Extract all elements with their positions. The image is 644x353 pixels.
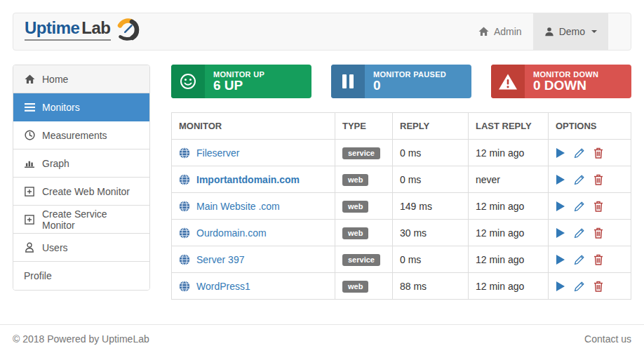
edit-button[interactable] — [574, 254, 585, 265]
play-button[interactable] — [556, 254, 565, 265]
play-button[interactable] — [556, 227, 565, 239]
table-row: Fileserver service 0 ms 12 min ago — [172, 140, 631, 166]
brand-word1: Uptime — [25, 18, 79, 37]
sidebar-item-create-service-monitor[interactable]: Create Service Monitor — [13, 206, 149, 234]
monitor-link[interactable]: Importantdomain.com — [196, 174, 300, 185]
sidebar-item-label: Graph — [42, 158, 69, 169]
status-card-paused[interactable]: MONITOR PAUSED 0 — [331, 65, 471, 98]
sidebar-item-label: Monitors — [42, 102, 80, 113]
delete-button[interactable] — [593, 227, 603, 239]
plus-square-icon — [24, 214, 35, 225]
nav-item-demo[interactable]: Demo — [533, 13, 608, 50]
status-card-label: MONITOR DOWN — [533, 70, 598, 79]
sidebar-item-label: Create Service Monitor — [42, 208, 139, 231]
globe-icon — [179, 254, 190, 265]
edit-button[interactable] — [574, 201, 585, 212]
status-card-value: 6 UP — [213, 79, 264, 93]
main: Home Monitors Measurements Graph Create … — [13, 65, 631, 300]
play-button[interactable] — [556, 147, 565, 159]
table-row: Server 397 service 0 ms 12 min ago — [172, 246, 631, 273]
edit-button[interactable] — [574, 174, 585, 185]
edit-button[interactable] — [574, 281, 585, 292]
monitor-link[interactable]: WordPress1 — [196, 281, 250, 292]
user-outline-icon — [24, 242, 35, 253]
status-card-value: 0 — [373, 79, 446, 93]
globe-icon — [179, 201, 190, 212]
reply-value: 88 ms — [393, 273, 469, 300]
contact-us-link[interactable]: Contact us — [584, 333, 631, 345]
column-header-monitor: MONITOR — [172, 113, 335, 140]
play-button[interactable] — [556, 201, 565, 212]
delete-button[interactable] — [593, 174, 603, 185]
delete-button[interactable] — [593, 281, 603, 292]
reply-value: 0 ms — [393, 246, 469, 273]
nav-item-admin[interactable]: Admin — [467, 13, 533, 50]
last-reply-value: 12 min ago — [469, 220, 549, 246]
column-header-last-reply: LAST REPLY — [469, 113, 549, 140]
monitor-link[interactable]: Main Website .com — [196, 201, 280, 212]
plus-square-icon — [24, 186, 35, 197]
type-badge: service — [342, 147, 380, 159]
status-card-up[interactable]: MONITOR UP 6 UP — [171, 65, 311, 98]
globe-icon — [179, 174, 190, 185]
globe-icon — [179, 281, 190, 292]
home-icon — [478, 27, 489, 36]
page: UptimeLab Admin Demo — [0, 0, 644, 353]
sidebar-item-create-web-monitor[interactable]: Create Web Monitor — [13, 178, 149, 206]
last-reply-value: 12 min ago — [469, 193, 549, 220]
content: MONITOR UP 6 UP MONITOR PAUSED 0 — [171, 65, 631, 300]
column-header-options: OPTIONS — [549, 113, 631, 140]
monitor-link[interactable]: Server 397 — [196, 254, 244, 265]
type-badge: web — [342, 201, 368, 213]
table-row: WordPress1 web 88 ms 12 min ago — [172, 273, 631, 300]
sidebar: Home Monitors Measurements Graph Create … — [13, 65, 150, 291]
brand-word2: Lab — [81, 18, 110, 37]
brand-logo[interactable]: UptimeLab — [13, 19, 140, 44]
sidebar-item-monitors[interactable]: Monitors — [13, 93, 149, 121]
sidebar-item-label: Users — [42, 242, 68, 253]
sidebar-item-label: Create Web Monitor — [42, 186, 130, 197]
status-card-label: MONITOR PAUSED — [373, 70, 446, 79]
navbar: UptimeLab Admin Demo — [13, 13, 631, 51]
pause-icon — [331, 65, 365, 98]
edit-button[interactable] — [574, 147, 585, 159]
sidebar-item-measurements[interactable]: Measurements — [13, 121, 149, 149]
monitors-table: MONITOR TYPE REPLY LAST REPLY OPTIONS Fi… — [171, 112, 631, 300]
bar-chart-icon — [24, 158, 35, 169]
chevron-down-icon — [591, 30, 597, 33]
sidebar-item-profile[interactable]: Profile — [13, 262, 149, 290]
column-header-type: TYPE — [335, 113, 393, 140]
status-card-body: MONITOR DOWN 0 DOWN — [525, 65, 598, 98]
edit-button[interactable] — [574, 227, 585, 239]
sidebar-item-home[interactable]: Home — [13, 65, 149, 93]
play-button[interactable] — [556, 281, 565, 292]
type-badge: web — [342, 281, 368, 293]
status-card-label: MONITOR UP — [213, 70, 264, 79]
last-reply-value: 12 min ago — [469, 140, 549, 166]
column-header-reply: REPLY — [393, 113, 469, 140]
delete-button[interactable] — [593, 147, 603, 159]
monitor-link[interactable]: Fileserver — [196, 147, 239, 159]
monitor-link[interactable]: Ourdomain.com — [196, 227, 267, 239]
status-card-body: MONITOR PAUSED 0 — [365, 65, 446, 98]
sidebar-item-graph[interactable]: Graph — [13, 149, 149, 178]
type-badge: web — [342, 227, 368, 239]
last-reply-value: 12 min ago — [469, 246, 549, 273]
nav-admin-label: Admin — [494, 26, 522, 37]
status-card-value: 0 DOWN — [533, 79, 598, 93]
delete-button[interactable] — [593, 254, 603, 265]
reply-value: 149 ms — [393, 193, 469, 220]
brand-text: UptimeLab — [25, 19, 111, 41]
status-card-down[interactable]: MONITOR DOWN 0 DOWN — [491, 65, 631, 98]
sidebar-item-users[interactable]: Users — [13, 234, 149, 262]
sidebar-item-label: Profile — [24, 270, 52, 281]
table-header-row: MONITOR TYPE REPLY LAST REPLY OPTIONS — [172, 113, 631, 140]
reply-value: 0 ms — [393, 166, 469, 193]
smiley-icon — [171, 65, 205, 98]
last-reply-value: never — [469, 166, 549, 193]
sidebar-item-label: Measurements — [42, 130, 107, 141]
delete-button[interactable] — [593, 201, 603, 212]
home-icon — [24, 74, 35, 85]
navbar-right: Admin Demo — [467, 13, 631, 50]
play-button[interactable] — [556, 174, 565, 185]
